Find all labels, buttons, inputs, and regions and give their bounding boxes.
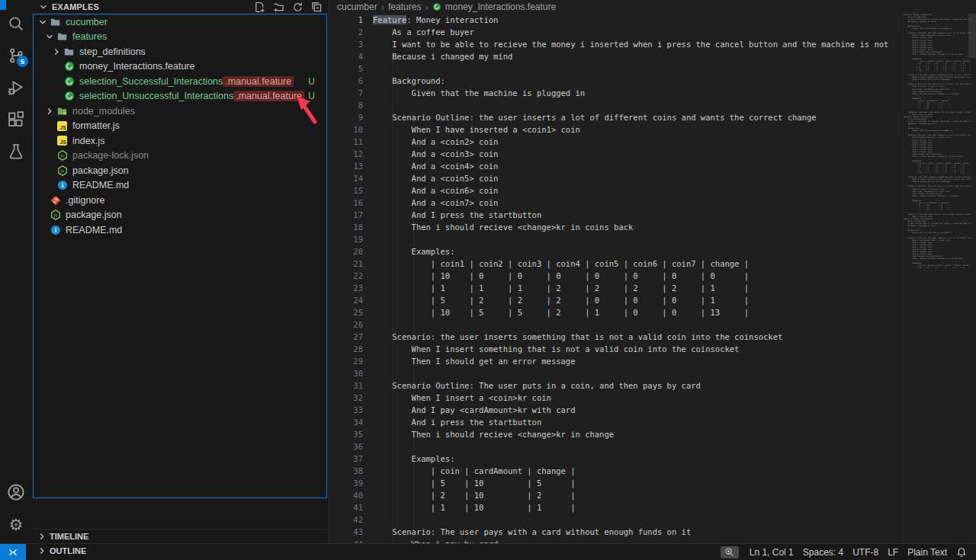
editor-line[interactable]: 44 When i pay by card (329, 538, 902, 543)
editor-line[interactable]: 5 (329, 62, 902, 75)
chevron-down-icon[interactable] (43, 31, 56, 42)
tree-item-money-interactions-feature[interactable]: money_Interactions.feature (34, 59, 326, 75)
editor-line[interactable]: 11 And a <coin2> coin (329, 136, 902, 148)
editor-line[interactable]: 7 Given that the machine is plugged in (329, 87, 902, 99)
editor-line[interactable]: 10 When I have inserted a <coin1> coin (329, 123, 902, 136)
extensions-icon[interactable] (0, 104, 32, 136)
outline-section-header[interactable]: OUTLINE (32, 543, 329, 558)
editor-line[interactable]: 1Feature: Money interaction (329, 14, 902, 26)
tree-item--gitignore[interactable]: .gitignore (34, 193, 326, 208)
editor-line[interactable]: 20 Examples: (329, 245, 902, 258)
editor-line[interactable]: 29 Then I should get an error message (329, 355, 902, 367)
editor-line[interactable]: 6 Background: (329, 75, 902, 87)
tree-item-step-definitions[interactable]: step_definitions (34, 44, 326, 59)
search-icon[interactable] (0, 8, 32, 40)
editor-line[interactable]: 22 | 10 | 0 | 0 | 0 | 0 | 0 | 0 | 0 | (329, 270, 902, 282)
activity-bar-bottom: ⚙ (0, 476, 32, 543)
explorer-sidebar: EXAMPLES cucumberfeaturesstep_definition… (32, 0, 329, 543)
editor-line[interactable]: 41 | 1 | 10 | 1 | (329, 501, 902, 514)
tree-item-features[interactable]: features (34, 30, 326, 45)
editor-line[interactable]: 3 I want to be able to recieve the money… (329, 38, 902, 50)
editor-line[interactable]: 32 When I insert a <coin>kr coin (329, 392, 902, 404)
breadcrumb-item[interactable]: cucumber (337, 2, 377, 12)
language-mode[interactable]: Plain Text (903, 547, 952, 558)
editor-scrollbar[interactable] (968, 14, 976, 58)
editor-line[interactable]: 35 Then i should recieve <change>kr in c… (329, 428, 902, 440)
editor-line[interactable]: 19 (329, 233, 902, 245)
indentation[interactable]: Spaces: 4 (798, 547, 848, 558)
editor-line[interactable]: 36 (329, 440, 902, 453)
new-folder-icon[interactable] (273, 2, 284, 13)
breadcrumb-item[interactable]: features (388, 2, 421, 12)
remote-indicator[interactable] (0, 544, 26, 560)
tree-item-index-js[interactable]: JSindex.js (34, 133, 326, 149)
tree-item-readme-md[interactable]: iREADME.md (34, 222, 326, 238)
testing-icon[interactable] (0, 136, 32, 168)
line-number: 27 (329, 331, 363, 343)
editor-line[interactable]: 24 | 5 | 2 | 2 | 2 | 0 | 0 | 0 | 1 | (329, 294, 902, 306)
editor-line[interactable]: 23 | 1 | 1 | 1 | 2 | 2 | 2 | 2 | 1 | (329, 282, 902, 294)
editor-line[interactable]: 34 And i press the startbutton (329, 416, 902, 428)
editor-line[interactable]: 16 And a <coin7> coin (329, 197, 902, 209)
line-number: 21 (329, 258, 363, 270)
editor-line[interactable]: 38 | coin | cardAmount | change | (329, 465, 902, 477)
tree-item-selection-unsuccessful-interactions[interactable]: selection_Unsuccessful_Interactions.manu… (34, 89, 326, 104)
eol-sequence[interactable]: LF (883, 547, 903, 558)
editor-line[interactable]: 14 And a <coin5> coin (329, 172, 902, 184)
breadcrumb-file[interactable]: money_Interactions.feature (445, 2, 556, 12)
editor-line[interactable]: 40 | 2 | 10 | 2 | (329, 489, 902, 501)
source-control-icon[interactable]: 5 (0, 40, 32, 72)
zoom-indicator[interactable] (721, 546, 739, 558)
editor-line[interactable]: 42 (329, 514, 902, 526)
editor-line[interactable]: 9 Scenario Outline: the user inserts a l… (329, 111, 902, 123)
editor-line[interactable]: 25 | 10 | 5 | 5 | 2 | 1 | 0 | 0 | 13 | (329, 306, 902, 318)
activity-bar-top: 5 (0, 0, 32, 168)
chevron-right-icon[interactable] (43, 106, 56, 117)
chevron-down-icon[interactable] (37, 17, 49, 27)
editor-line[interactable]: 30 (329, 367, 902, 379)
timeline-section-header[interactable]: TIMELINE (32, 529, 329, 543)
editor-line[interactable]: 2 As a coffee buyer (329, 26, 902, 38)
new-file-icon[interactable] (254, 2, 265, 13)
minimap[interactable]: Feature: Money interaction As a coffee b… (903, 14, 971, 543)
tree-item-readme-md[interactable]: iREADME.md (34, 178, 326, 194)
tree-item-node-modules[interactable]: node_modules (34, 104, 326, 119)
editor-line[interactable]: 26 (329, 318, 902, 331)
editor-line[interactable]: 15 And a <coin6> coin (329, 184, 902, 197)
line-text: I want to be able to recieve the money i… (373, 38, 888, 50)
editor-line[interactable]: 8 (329, 99, 902, 111)
editor-line[interactable]: 43 Scenario: The user pays with a card w… (329, 526, 902, 538)
account-icon[interactable] (0, 476, 32, 508)
tree-item-selection-successful-interactions[interactable]: selection_Successful_Interactions.manual… (34, 74, 326, 89)
code-area[interactable]: 1Feature: Money interaction2 As a coffee… (329, 14, 902, 543)
editor-line[interactable]: 28 When I insert something that is not a… (329, 343, 902, 355)
line-text: | coin | cardAmount | change | (373, 465, 576, 477)
chevron-right-icon[interactable] (50, 46, 63, 57)
tree-item-package-json[interactable]: jspackage.json (34, 163, 326, 178)
editor-line[interactable]: 17 And I press the startbutton (329, 209, 902, 221)
editor-line[interactable]: 39 | 5 | 10 | 5 | (329, 477, 902, 489)
tree-item-package-json[interactable]: jspackage.json (34, 208, 326, 223)
editor-line[interactable]: 21 | coin1 | coin2 | coin3 | coin4 | coi… (329, 258, 902, 270)
tree-item-cucumber[interactable]: cucumber (34, 14, 326, 30)
refresh-icon[interactable] (292, 2, 303, 13)
editor-line[interactable]: 31 Scenario Outline: The user puts in a … (329, 379, 902, 392)
editor-line[interactable]: 4 Because i changed my mind (329, 50, 902, 62)
notifications-bell[interactable] (952, 547, 971, 558)
run-debug-icon[interactable] (0, 72, 32, 104)
editor-line[interactable]: 37 Examples: (329, 453, 902, 465)
tree-item-formatter-js[interactable]: JSformatter.js (34, 119, 326, 134)
encoding[interactable]: UTF-8 (848, 547, 883, 558)
settings-gear-icon[interactable]: ⚙ (0, 508, 32, 540)
tree-item-package-lock-json[interactable]: jspackage-lock.json (34, 149, 326, 164)
line-number: 12 (329, 148, 363, 160)
editor-line[interactable]: 33 And I pay <cardAmount>kr with card (329, 404, 902, 416)
editor-line[interactable]: 13 And a <coin4> coin (329, 160, 902, 172)
line-number: 15 (329, 184, 363, 197)
collapse-all-icon[interactable] (311, 2, 323, 13)
editor-line[interactable]: 12 And a <coin3> coin (329, 148, 902, 160)
editor-line[interactable]: 18 Then i should recieve <change>kr in c… (329, 221, 902, 233)
cursor-position[interactable]: Ln 1, Col 1 (745, 547, 798, 558)
explorer-section-header[interactable]: EXAMPLES (32, 0, 329, 14)
editor-line[interactable]: 27 Scenario: the user inserts something … (329, 331, 902, 343)
